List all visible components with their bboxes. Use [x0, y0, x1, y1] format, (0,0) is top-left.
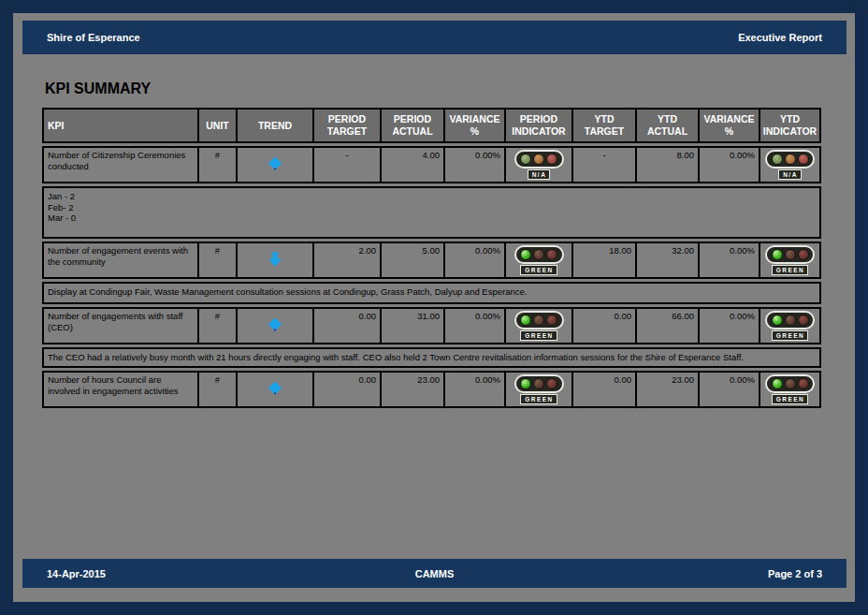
ytd-actual-cell: 32.00: [636, 242, 699, 279]
column-header-period_actual: PERIOD ACTUAL: [381, 108, 444, 143]
amber-lamp-icon: [533, 249, 544, 260]
traffic-light-indicator: GREEN: [765, 374, 815, 404]
unit-cell: #: [198, 242, 237, 279]
report-type: Executive Report: [738, 32, 822, 43]
period-target-cell: 0.00: [313, 371, 381, 408]
kpi-name-cell: Number of engagements with staff (CEO): [42, 307, 198, 344]
ytd-variance-cell: 0.00%: [699, 371, 760, 408]
column-header-variance_pct: VARIANCE %: [444, 108, 505, 143]
traffic-light-lamps: [765, 374, 815, 393]
trend-down-arrow-icon: [268, 252, 282, 270]
amber-lamp-icon: [533, 378, 544, 389]
red-lamp-icon: [546, 154, 557, 165]
footer-brand: CAMMS: [22, 568, 846, 579]
note-cell: Jan - 2Feb- 2Mar - 0: [42, 186, 821, 239]
traffic-light-lamps: [765, 245, 815, 264]
kpi-summary-table-wrap: KPIUNITTRENDPERIOD TARGETPERIOD ACTUALVA…: [42, 105, 821, 411]
period-indicator-cell: N/A: [505, 146, 572, 183]
period-target-cell: 2.00: [313, 242, 381, 279]
red-lamp-icon: [798, 249, 809, 260]
traffic-light-indicator: GREEN: [514, 245, 564, 275]
kpi-row: Number of hours Council are involved in …: [42, 371, 821, 408]
period-actual-cell: 23.00: [381, 371, 444, 408]
green-lamp-icon: [772, 154, 783, 165]
period-target-cell: 0.00: [313, 307, 381, 344]
column-header-period_target: PERIOD TARGET: [313, 108, 381, 143]
indicator-status-label: GREEN: [772, 265, 809, 275]
traffic-light-indicator: N/A: [514, 150, 564, 180]
period-indicator-cell: GREEN: [505, 307, 572, 344]
ytd-target-cell: 18.00: [572, 242, 636, 279]
org-name: Shire of Esperance: [47, 32, 140, 43]
kpi-summary-title: KPI SUMMARY: [45, 81, 151, 97]
trend-cell: [237, 242, 313, 279]
green-lamp-icon: [520, 378, 531, 389]
unit-cell: #: [198, 371, 237, 408]
trend-cell: [237, 371, 313, 408]
trend-cell: [237, 307, 313, 344]
report-header-bar: Shire of Esperance Executive Report: [22, 21, 846, 54]
ytd-indicator-cell: N/A: [760, 146, 821, 183]
note-row: Display at Condingup Fair, Waste Managem…: [42, 282, 821, 304]
kpi-table-head-row: KPIUNITTRENDPERIOD TARGETPERIOD ACTUALVA…: [42, 108, 821, 143]
column-header-ytd_variance_pct: VARIANCE %: [699, 108, 760, 143]
kpi-row: Number of engagement events with the com…: [42, 242, 821, 279]
ytd-indicator-cell: GREEN: [760, 371, 821, 408]
amber-lamp-icon: [785, 378, 796, 389]
amber-lamp-icon: [785, 154, 796, 165]
green-lamp-icon: [520, 154, 531, 165]
green-lamp-icon: [520, 249, 531, 260]
period-indicator-cell: GREEN: [505, 242, 572, 279]
trend-cell: [237, 146, 313, 183]
green-lamp-icon: [772, 249, 783, 260]
ytd-indicator-cell: GREEN: [760, 242, 821, 279]
green-lamp-icon: [520, 315, 531, 326]
indicator-status-label: GREEN: [772, 330, 809, 341]
period-variance-cell: 0.00%: [444, 146, 505, 183]
kpi-row: Number of engagements with staff (CEO)#0…: [42, 307, 821, 344]
column-header-period_indicator: PERIOD INDICATOR: [505, 108, 572, 143]
kpi-row: Number of Citizenship Ceremonies conduct…: [42, 146, 821, 183]
traffic-light-lamps: [514, 245, 564, 264]
column-header-trend: TREND: [237, 108, 313, 143]
kpi-name-cell: Number of hours Council are involved in …: [42, 371, 198, 408]
ytd-actual-cell: 23.00: [636, 371, 699, 408]
ytd-target-cell: -: [572, 146, 636, 183]
red-lamp-icon: [546, 249, 557, 260]
ytd-variance-cell: 0.00%: [699, 307, 760, 344]
ytd-indicator-cell: GREEN: [760, 307, 821, 344]
period-variance-cell: 0.00%: [444, 371, 505, 408]
report-page: Shire of Esperance Executive Report KPI …: [0, 0, 868, 615]
ytd-target-cell: 0.00: [572, 371, 636, 408]
red-lamp-icon: [546, 315, 557, 326]
ytd-variance-cell: 0.00%: [699, 146, 760, 183]
report-footer-bar: 14-Apr-2015 CAMMS Page 2 of 3: [22, 559, 846, 588]
column-header-ytd_actual: YTD ACTUAL: [636, 108, 699, 143]
indicator-status-label: N/A: [528, 169, 551, 180]
amber-lamp-icon: [785, 315, 796, 326]
trend-diamond-icon: [268, 381, 282, 398]
traffic-light-lamps: [765, 150, 815, 168]
traffic-light-lamps: [514, 150, 564, 168]
ytd-variance-cell: 0.00%: [699, 242, 760, 279]
green-lamp-icon: [772, 315, 783, 326]
indicator-status-label: GREEN: [520, 330, 557, 341]
red-lamp-icon: [798, 378, 809, 389]
indicator-status-label: GREEN: [520, 394, 557, 404]
period-variance-cell: 0.00%: [444, 307, 505, 344]
ytd-actual-cell: 66.00: [636, 307, 699, 344]
indicator-status-label: N/A: [778, 169, 802, 180]
ytd-actual-cell: 8.00: [636, 146, 699, 183]
unit-cell: #: [198, 146, 237, 183]
note-cell: The CEO had a relatively busy month with…: [42, 347, 821, 368]
column-header-kpi: KPI: [42, 108, 198, 143]
indicator-status-label: GREEN: [520, 265, 557, 275]
column-header-ytd_indicator: YTD INDICATOR: [760, 108, 821, 143]
red-lamp-icon: [798, 315, 809, 326]
report-body: Shire of Esperance Executive Report KPI …: [13, 13, 855, 602]
traffic-light-lamps: [514, 374, 564, 393]
traffic-light-indicator: GREEN: [765, 245, 815, 275]
traffic-light-indicator: GREEN: [514, 311, 564, 341]
note-row: Jan - 2Feb- 2Mar - 0: [42, 186, 821, 239]
amber-lamp-icon: [533, 154, 544, 165]
